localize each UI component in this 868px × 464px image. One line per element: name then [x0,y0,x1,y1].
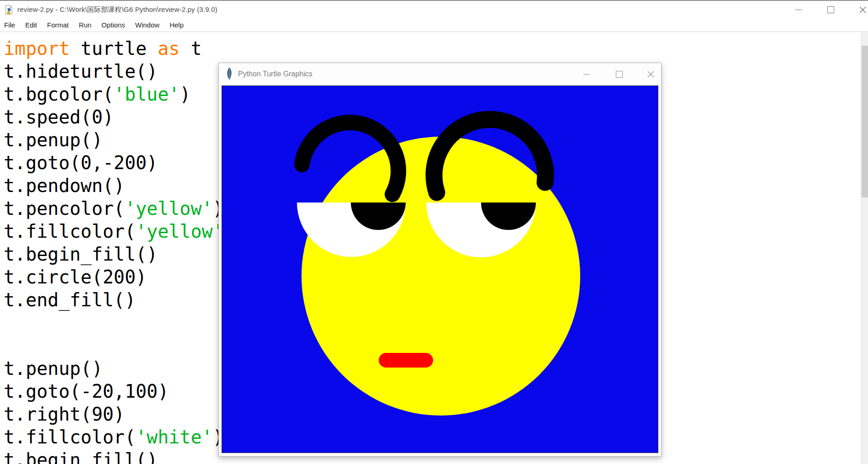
turtle-maximize-button[interactable] [609,63,630,85]
code-line: t.right(90) [4,403,235,426]
menu-bar: File Edit Format Run Options Window Help [0,18,868,32]
idle-window-controls [0,1,868,18]
code-line: t.circle(200) [4,266,235,288]
code-line [4,334,235,357]
maximize-icon [616,71,623,78]
code-line: t.penup() [4,357,235,380]
code-line: t.penup() [4,128,235,151]
menu-item-run[interactable]: Run [74,18,97,32]
code-line: t.pendown() [4,174,235,197]
code-line [4,311,235,334]
code-line: t.goto(-20,100) [4,380,235,403]
menu-item-window[interactable]: Window [130,18,164,32]
minimize-button[interactable] [788,1,809,18]
minimize-icon [795,10,802,10]
menu-item-format[interactable]: Format [42,18,74,32]
menu-item-file[interactable]: File [0,18,20,32]
turtle-titlebar[interactable]: Python Turtle Graphics [219,63,661,85]
code-line: t.end_fill() [4,288,235,311]
menu-item-help[interactable]: Help [164,18,189,32]
editor-scrollbar[interactable] [861,32,868,464]
code-line: t.pencolor('yellow') [4,197,235,220]
turtle-window-title: Python Turtle Graphics [238,70,312,78]
code-line: t.begin_fill() [4,243,235,266]
maximize-icon [827,6,834,13]
code-line: t.goto(0,-200) [4,151,235,174]
idle-window: review-2.py - C:\Work\国际部课程\G6 Python\re… [0,0,868,464]
menu-item-options[interactable]: Options [96,18,130,32]
turtle-drawing [222,86,658,453]
code-line: t.bgcolor('blue') [4,83,235,106]
turtle-graphics-window: Python Turtle Graphics [218,63,662,457]
code-line: import turtle as t [4,37,235,60]
close-icon [859,6,866,13]
mouth [379,353,433,368]
close-button[interactable] [852,1,868,18]
code-text: import turtle as tt.hideturtle()t.bgcolo… [4,37,235,464]
maximize-button[interactable] [820,1,841,18]
minimize-icon [583,74,590,75]
menu-item-edit[interactable]: Edit [20,18,42,32]
turtle-close-button[interactable] [640,63,661,85]
turtle-canvas [222,85,658,453]
scrollbar-thumb[interactable] [862,46,868,197]
code-line: t.speed(0) [4,106,235,128]
code-line: t.fillcolor('yellow') [4,220,235,243]
python-feather-icon [226,67,233,81]
code-line: t.begin_fill() [4,448,235,464]
turtle-minimize-button[interactable] [576,63,597,85]
close-icon [647,71,654,78]
code-line: t.fillcolor('white') [4,426,235,448]
code-line: t.hideturtle() [4,60,235,83]
